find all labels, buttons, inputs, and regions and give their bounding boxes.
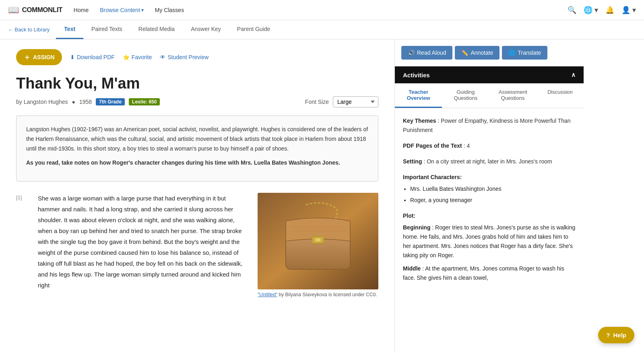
nav-home[interactable]: Home	[74, 7, 89, 13]
act-tab-assessment-questions[interactable]: Assessment Questions	[489, 83, 537, 108]
key-themes-field: Key Themes : Power of Empathy, Kindness …	[403, 116, 576, 135]
sidebar-content: Key Themes : Power of Empathy, Kindness …	[395, 108, 584, 297]
character-item-1: Mrs. Luella Bates Washington Jones	[410, 184, 576, 194]
beginning-colon: :	[432, 224, 435, 231]
paragraph-number: [1]	[16, 193, 28, 200]
character-item-2: Roger, a young teenager	[410, 196, 576, 205]
help-button[interactable]: ? Help	[598, 327, 634, 343]
plot-middle: Middle : At the apartment, Mrs. Jones co…	[403, 264, 576, 283]
globe-tool-icon: 🌐	[508, 50, 515, 56]
beginning-label: Beginning	[403, 224, 430, 231]
grade-badge: 7th Grade	[96, 98, 125, 105]
act-tab-guiding-questions[interactable]: Guiding Questions	[442, 83, 489, 108]
activities-header: Activities ∧	[395, 66, 584, 83]
key-themes-label: Key Themes	[403, 118, 436, 124]
plus-icon: ＋	[23, 52, 31, 62]
nav-icon-group: 🔍 🌐 ▾ 🔔 👤 ▾	[568, 6, 636, 14]
image-caption-link[interactable]: "Untitled"	[258, 292, 277, 297]
assign-button[interactable]: ＋ ASSIGN	[16, 49, 62, 65]
student-preview-link[interactable]: 👁 Student Preview	[160, 54, 208, 60]
setting-colon: :	[423, 158, 427, 165]
font-size-select[interactable]: Small Medium Large Extra Large	[333, 96, 378, 107]
pdf-pages-label: PDF Pages of the Text	[403, 142, 462, 149]
middle-value: At the apartment, Mrs. Jones comma Roger…	[403, 265, 564, 281]
image-caption-text: by Bilyana Slaveykova is licensed under …	[279, 292, 377, 297]
font-size-label: Font Size	[305, 99, 329, 105]
plot-beginning: Beginning : Roger tries to steal Mrs. Jo…	[403, 223, 576, 260]
speaker-icon: 🔊	[408, 50, 415, 56]
intro-box: Langston Hughes (1902-1967) was an Ameri…	[16, 116, 378, 182]
story-image	[258, 193, 378, 289]
tabs-bar: ← Back to Library Text Paired Texts Rela…	[0, 20, 644, 39]
right-panel: 🔊 Read Aloud ✏️ Annotate 🌐 Translate Act…	[394, 39, 584, 352]
dropdown-chevron-icon: ▾	[141, 7, 144, 13]
text-content-block: [1] She was a large woman with a large p…	[16, 193, 378, 297]
page-layout: ＋ ASSIGN ⬇ Download PDF ⭐ Favorite 👁 Stu…	[0, 39, 644, 352]
bell-icon[interactable]: 🔔	[605, 6, 614, 14]
characters-list: Mrs. Luella Bates Washington Jones Roger…	[403, 184, 576, 204]
image-caption: "Untitled" by Bilyana Slaveykova is lice…	[258, 292, 378, 297]
content-toolbar: ＋ ASSIGN ⬇ Download PDF ⭐ Favorite 👁 Stu…	[16, 49, 378, 65]
download-icon: ⬇	[70, 54, 75, 60]
svg-rect-3	[315, 238, 321, 242]
image-placeholder	[258, 193, 378, 289]
logo-text: COMMONLIT	[22, 6, 62, 14]
text-image-block: She was a large woman with a large purse…	[38, 193, 378, 297]
text-title: Thank You, M'am	[16, 75, 378, 92]
download-pdf-link[interactable]: ⬇ Download PDF	[70, 54, 115, 60]
nav-my-classes[interactable]: My Classes	[155, 7, 184, 13]
paragraph-text: She was a large woman with a large purse…	[38, 193, 250, 291]
act-tab-teacher-overview[interactable]: Teacher Overview	[395, 83, 442, 108]
setting-label: Setting	[403, 158, 422, 165]
navigation: 📖 COMMONLIT Home Browse Content ▾ My Cla…	[0, 0, 644, 20]
annotate-button[interactable]: ✏️ Annotate	[455, 46, 500, 60]
read-aloud-button[interactable]: 🔊 Read Aloud	[401, 46, 452, 60]
plot-label: Plot:	[403, 211, 576, 221]
nav-browse-content[interactable]: Browse Content ▾	[100, 7, 144, 13]
tab-parent-guide[interactable]: Parent Guide	[229, 20, 279, 39]
search-icon[interactable]: 🔍	[568, 6, 576, 14]
logo-icon: 📖	[8, 5, 19, 15]
help-icon: ?	[606, 332, 610, 339]
setting-value: On a city street at night, later in Mrs.…	[427, 158, 552, 165]
pencil-icon: ✏️	[461, 50, 468, 56]
characters-field: Important Characters: Mrs. Luella Bates …	[403, 173, 576, 204]
pdf-pages-field: PDF Pages of the Text : 4	[403, 141, 576, 151]
text-author: by Langston Hughes	[16, 99, 68, 105]
translate-button[interactable]: 🌐 Translate	[502, 46, 547, 60]
activities-tabs: Teacher Overview Guiding Questions Asses…	[395, 83, 584, 108]
purse-svg	[258, 193, 378, 289]
characters-label: Important Characters:	[403, 173, 576, 182]
key-themes-colon: :	[438, 118, 441, 124]
tool-buttons: 🔊 Read Aloud ✏️ Annotate 🌐 Translate	[395, 39, 584, 66]
setting-field: Setting : On a city street at night, lat…	[403, 157, 576, 166]
chevron-up-icon[interactable]: ∧	[571, 71, 576, 78]
tab-related-media[interactable]: Related Media	[130, 20, 183, 39]
user-icon[interactable]: 👤 ▾	[621, 6, 636, 14]
pdf-pages-value: 4	[466, 142, 470, 149]
tab-answer-key[interactable]: Answer Key	[183, 20, 229, 39]
meta-dot: ●	[72, 99, 75, 105]
act-tab-discussion[interactable]: Discussion	[537, 83, 584, 108]
tab-text[interactable]: Text	[56, 20, 83, 39]
reading-prompt: As you read, take notes on how Roger's c…	[26, 158, 368, 167]
text-year: 1958	[79, 99, 92, 105]
activities-title: Activities	[403, 72, 430, 78]
eye-icon: 👁	[160, 54, 165, 60]
tab-paired-texts[interactable]: Paired Texts	[83, 20, 130, 39]
main-content: ＋ ASSIGN ⬇ Download PDF ⭐ Favorite 👁 Stu…	[0, 39, 394, 352]
logo[interactable]: 📖 COMMONLIT	[8, 5, 62, 15]
back-to-library-link[interactable]: ← Back to Library	[8, 27, 50, 33]
lexile-badge: Lexile: 650	[129, 98, 160, 105]
star-icon: ⭐	[123, 54, 130, 60]
plot-field: Plot: Beginning : Roger tries to steal M…	[403, 211, 576, 283]
intro-bio: Langston Hughes (1902-1967) was an Ameri…	[26, 125, 368, 153]
globe-icon[interactable]: 🌐 ▾	[584, 6, 598, 14]
middle-label: Middle	[403, 265, 421, 272]
font-size-control: Font Size Small Medium Large Extra Large	[305, 96, 378, 107]
text-meta: by Langston Hughes ● 1958 7th Grade Lexi…	[16, 96, 378, 107]
favorite-link[interactable]: ⭐ Favorite	[123, 54, 152, 60]
